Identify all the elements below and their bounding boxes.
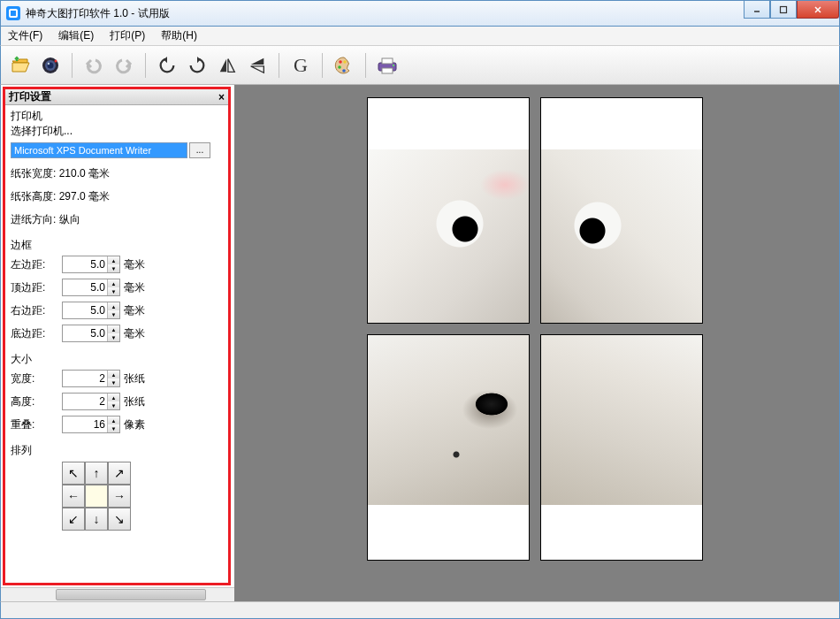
spin-up-icon[interactable]: ▲ (108, 325, 119, 333)
unit-mm: 毫米 (124, 257, 145, 272)
svg-point-11 (342, 69, 346, 73)
panel-body: 打印机 选择打印机... Microsoft XPS Document Writ… (5, 105, 228, 534)
align-top-left-button[interactable]: ↖ (62, 462, 85, 485)
spin-up-icon[interactable]: ▲ (108, 416, 119, 424)
page-grid (367, 97, 703, 561)
maximize-button[interactable] (770, 1, 797, 19)
align-right-button[interactable]: → (108, 485, 131, 508)
unit-px: 像素 (124, 417, 145, 432)
grayscale-button[interactable]: G (288, 53, 313, 78)
panel-close-icon[interactable]: × (218, 91, 225, 103)
svg-rect-1 (781, 6, 787, 12)
bottom-margin-label: 底边距: (11, 326, 62, 341)
toolbar-separator (322, 53, 323, 78)
window-controls (744, 1, 839, 19)
feed-direction-label: 进纸方向: (11, 212, 56, 227)
page-tile-1[interactable] (367, 97, 530, 324)
spin-up-icon[interactable]: ▲ (108, 279, 119, 287)
align-bottom-button[interactable]: ↓ (85, 508, 108, 531)
menu-file[interactable]: 文件(F) (8, 28, 42, 43)
image-tile-icon (541, 335, 702, 505)
svg-point-10 (338, 65, 341, 69)
spin-up-icon[interactable]: ▲ (108, 256, 119, 264)
menu-print[interactable]: 打印(P) (110, 28, 145, 43)
spin-up-icon[interactable]: ▲ (108, 371, 119, 378)
sidebar-scrollbar[interactable] (1, 587, 234, 601)
spin-down-icon[interactable]: ▼ (108, 401, 119, 409)
alignment-grid: ↖ ↑ ↗ ← → ↙ ↓ ↘ (62, 462, 223, 531)
statusbar (0, 601, 840, 619)
preview-canvas[interactable] (234, 85, 839, 601)
scrollbar-thumb[interactable] (56, 589, 206, 600)
printer-select[interactable]: Microsoft XPS Document Writer (11, 142, 187, 158)
bottom-margin-input[interactable]: 5.0▲▼ (62, 325, 120, 342)
align-top-right-button[interactable]: ↗ (108, 462, 131, 485)
align-bottom-right-button[interactable]: ↘ (108, 508, 131, 531)
align-left-button[interactable]: ← (62, 485, 85, 508)
spin-down-icon[interactable]: ▼ (108, 333, 119, 341)
camera-button[interactable] (38, 53, 63, 78)
undo-button[interactable] (81, 53, 106, 78)
palette-button[interactable] (332, 53, 356, 78)
paper-width-label: 纸张宽度: (11, 166, 56, 181)
page-tile-4[interactable] (540, 334, 703, 561)
image-tile-icon (541, 149, 702, 323)
printer-browse-button[interactable]: ... (189, 142, 210, 158)
svg-point-8 (55, 59, 57, 62)
choose-printer-label: 选择打印机... (11, 124, 223, 139)
right-margin-label: 右边距: (11, 303, 62, 318)
menu-edit[interactable]: 编辑(E) (58, 28, 94, 43)
toolbar: G (0, 46, 840, 85)
align-bottom-left-button[interactable]: ↙ (62, 508, 85, 531)
feed-direction-value: 纵向 (59, 212, 80, 227)
size-section-label: 大小 (11, 352, 223, 367)
minimize-button[interactable] (744, 1, 770, 19)
main-area: 打印设置 × 打印机 选择打印机... Microsoft XPS Docume… (0, 85, 840, 601)
right-margin-input[interactable]: 5.0▲▼ (62, 302, 120, 319)
left-margin-label: 左边距: (11, 257, 62, 272)
rotate-left-button[interactable] (155, 53, 179, 78)
toolbar-separator (72, 53, 73, 78)
overlap-input[interactable]: 16▲▼ (62, 416, 120, 433)
width-input[interactable]: 2▲▼ (62, 370, 120, 387)
svg-rect-15 (382, 68, 393, 73)
svg-point-16 (393, 65, 394, 66)
paper-height-value: 297.0 毫米 (59, 189, 110, 204)
unit-sheets: 张纸 (124, 371, 145, 386)
menu-help[interactable]: 帮助(H) (161, 28, 197, 43)
spin-down-icon[interactable]: ▼ (108, 287, 119, 295)
toolbar-separator (365, 53, 366, 78)
panel-titlebar[interactable]: 打印设置 × (5, 89, 228, 105)
rotate-right-button[interactable] (185, 53, 210, 78)
flip-vertical-button[interactable] (245, 53, 270, 78)
open-button[interactable] (8, 53, 33, 78)
align-center-button[interactable] (85, 485, 108, 508)
page-tile-3[interactable] (367, 334, 530, 561)
top-margin-input[interactable]: 5.0▲▼ (62, 279, 120, 296)
app-icon (6, 6, 20, 20)
spin-down-icon[interactable]: ▼ (108, 378, 119, 386)
align-top-button[interactable]: ↑ (85, 462, 108, 485)
spin-up-icon[interactable]: ▲ (108, 394, 119, 401)
redo-button[interactable] (111, 53, 136, 78)
sidebar: 打印设置 × 打印机 选择打印机... Microsoft XPS Docume… (1, 85, 234, 601)
svg-point-7 (48, 62, 50, 64)
border-section-label: 边框 (11, 238, 223, 253)
close-button[interactable] (797, 1, 839, 19)
spin-down-icon[interactable]: ▼ (108, 310, 119, 318)
spin-down-icon[interactable]: ▼ (108, 424, 119, 432)
spin-up-icon[interactable]: ▲ (108, 302, 119, 310)
left-margin-input[interactable]: 5.0▲▼ (62, 256, 120, 273)
height-input[interactable]: 2▲▼ (62, 393, 120, 410)
window-titlebar: 神奇大图打印软件 1.0 - 试用版 (0, 0, 840, 27)
panel-title-text: 打印设置 (9, 89, 51, 104)
print-settings-panel-highlight: 打印设置 × 打印机 选择打印机... Microsoft XPS Docume… (3, 87, 231, 585)
image-tile-icon (368, 149, 529, 323)
printer-button[interactable] (375, 53, 400, 78)
top-margin-label: 顶边距: (11, 280, 62, 295)
page-tile-2[interactable] (540, 97, 703, 324)
spin-down-icon[interactable]: ▼ (108, 264, 119, 272)
svg-point-12 (343, 60, 347, 64)
printer-section-label: 打印机 (11, 109, 223, 124)
flip-horizontal-button[interactable] (215, 53, 240, 78)
